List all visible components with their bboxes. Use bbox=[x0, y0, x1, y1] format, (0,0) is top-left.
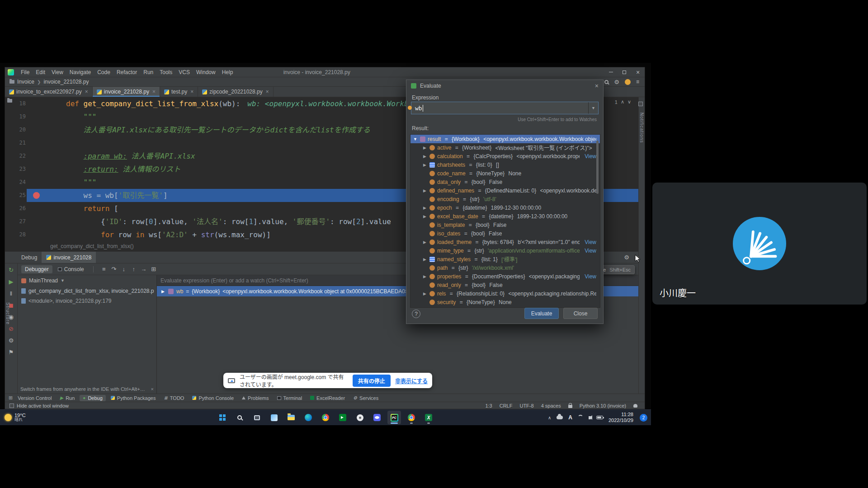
tree-scrollbar[interactable] bbox=[596, 141, 599, 194]
notification-badge[interactable]: 2 bbox=[640, 414, 647, 422]
tab-close-icon[interactable]: × bbox=[152, 89, 156, 95]
result-tree[interactable]: ▼result = {Workbook} <openpyxl.workbook.… bbox=[410, 134, 600, 308]
menu-file[interactable]: File bbox=[18, 69, 33, 75]
dialog-close-icon[interactable]: × bbox=[595, 82, 599, 89]
taskbar-edge[interactable] bbox=[302, 411, 315, 424]
menu-edit[interactable]: Edit bbox=[33, 69, 48, 75]
variable-row-properties[interactable]: ▶properties = {DocumentProperties} <open… bbox=[410, 272, 600, 281]
frame-row[interactable]: get_company_dict_list_from_xlsx, invoice… bbox=[18, 286, 156, 296]
variable-row-loaded_theme[interactable]: ▶loaded_theme = {bytes: 6784} b'<?xml ve… bbox=[410, 238, 600, 246]
onedrive-icon[interactable] bbox=[557, 416, 563, 419]
tab-zipcode-20221028-py[interactable]: zipcode_20221028.py× bbox=[198, 87, 273, 97]
status-4-spaces[interactable]: 4 spaces bbox=[541, 403, 561, 408]
tab-invoice-221028-py[interactable]: invoice_221028.py× bbox=[93, 87, 160, 97]
minimize-button[interactable] bbox=[604, 67, 618, 77]
breadcrumb-file[interactable]: invoice_221028.py bbox=[43, 79, 89, 85]
variable-row-mime_type[interactable]: mime_type = {str} 'application/vnd.openx… bbox=[410, 246, 600, 255]
variable-row-encoding[interactable]: encoding = {str} 'utf-8' bbox=[410, 195, 600, 203]
twisty-icon[interactable]: ▼ bbox=[413, 137, 418, 141]
menu-help[interactable]: Help bbox=[219, 69, 236, 75]
run-to-cursor-icon[interactable]: → bbox=[139, 266, 149, 272]
rerun-icon[interactable]: ↻ bbox=[9, 267, 14, 273]
mute-breakpoints-icon[interactable]: ⊘ bbox=[9, 326, 14, 332]
status-crlf[interactable]: CRLF bbox=[500, 403, 513, 408]
taskbar-start[interactable] bbox=[216, 411, 229, 424]
twisty-icon[interactable]: ▶ bbox=[422, 257, 427, 262]
weather-widget[interactable]: 19°C 晴れ bbox=[0, 413, 99, 422]
taskbar-widgets[interactable] bbox=[267, 411, 281, 424]
variable-row-defined_names[interactable]: ▶defined_names = {DefinedNameList: 0} <o… bbox=[410, 186, 600, 195]
toolwindow-terminal[interactable]: Terminal bbox=[274, 395, 306, 401]
twisty-icon[interactable]: ▶ bbox=[422, 240, 427, 244]
menu-window[interactable]: Window bbox=[193, 69, 219, 75]
frame-row[interactable]: <module>, invoice_221028.py:179 bbox=[18, 296, 156, 306]
dismiss-hint-icon[interactable]: × bbox=[151, 386, 154, 392]
view-link[interactable]: View bbox=[582, 153, 596, 160]
variable-row-read_only[interactable]: read_only = {bool} False bbox=[410, 281, 600, 289]
menu-code[interactable]: Code bbox=[94, 69, 113, 75]
account-avatar[interactable] bbox=[625, 79, 631, 85]
variable-row-data_only[interactable]: data_only = {bool} False bbox=[410, 178, 600, 186]
battery-icon[interactable] bbox=[596, 416, 603, 419]
status-1-3[interactable]: 1:3 bbox=[485, 403, 492, 408]
editor-breadcrumb[interactable]: get_company_dict_list_from_xlsx() bbox=[50, 243, 134, 249]
menu-navigate[interactable]: Navigate bbox=[66, 69, 94, 75]
close-button[interactable]: × bbox=[631, 67, 645, 77]
taskbar-discord[interactable] bbox=[370, 411, 384, 424]
tool-windows-widget-icon[interactable]: ⊞ bbox=[9, 395, 13, 401]
resume-icon[interactable]: ▶ bbox=[9, 279, 14, 285]
menu-vcs[interactable]: VCS bbox=[175, 69, 193, 75]
menu-view[interactable]: View bbox=[48, 69, 66, 75]
taskbar-app[interactable] bbox=[353, 411, 367, 424]
view-link[interactable]: View bbox=[582, 239, 596, 245]
debug-session-tab[interactable]: invoice_221028 bbox=[42, 252, 96, 263]
taskbar-excel[interactable]: X bbox=[422, 411, 435, 424]
help-button[interactable]: ? bbox=[412, 310, 420, 318]
twisty-icon[interactable]: ▶ bbox=[422, 163, 427, 167]
variable-row-active[interactable]: ▶active = {Worksheet} <Worksheet "取引先一覧 … bbox=[410, 143, 600, 152]
expression-input[interactable]: wb ▼ bbox=[411, 102, 599, 114]
lock-icon[interactable] bbox=[568, 405, 572, 408]
twisty-icon[interactable]: ▶ bbox=[422, 206, 427, 210]
tab-close-icon[interactable]: × bbox=[190, 89, 193, 95]
variable-row-is_template[interactable]: is_template = {bool} False bbox=[410, 221, 600, 229]
step-out-icon[interactable]: ↑ bbox=[129, 266, 139, 272]
toolwindow-version-control[interactable]: Version Control bbox=[14, 395, 55, 401]
evaluate-expression-icon[interactable]: ⊞ bbox=[149, 266, 159, 272]
tool-window-toggle-icon[interactable] bbox=[9, 404, 14, 408]
variable-row-security[interactable]: security = {NoneType} None bbox=[410, 298, 600, 306]
inspections-widget[interactable]: 1 ∧ ∨ bbox=[615, 99, 631, 105]
twisty-icon[interactable]: ▶ bbox=[422, 154, 427, 159]
twisty-icon[interactable]: ▶ bbox=[160, 289, 165, 294]
toolwindow-services[interactable]: ⚙Services bbox=[350, 395, 382, 401]
taskbar-chrome[interactable] bbox=[319, 411, 332, 424]
pause-icon[interactable]: ‖ bbox=[10, 291, 12, 296]
view-link[interactable]: View bbox=[582, 248, 596, 254]
menu-run[interactable]: Run bbox=[140, 69, 156, 75]
step-over-icon[interactable]: ↷ bbox=[109, 266, 119, 272]
taskbar-pycharm[interactable] bbox=[387, 411, 401, 424]
variable-row-code_name[interactable]: code_name = {NoneType} None bbox=[410, 169, 600, 178]
menu-tools[interactable]: Tools bbox=[156, 69, 175, 75]
taskbar-explorer[interactable] bbox=[284, 411, 298, 424]
tab-debugger[interactable]: Debugger bbox=[21, 265, 52, 273]
variable-row-calculation[interactable]: ▶calculation = {CalcProperties} <openpyx… bbox=[410, 152, 600, 160]
settings-icon[interactable]: ⚙ bbox=[9, 338, 14, 343]
variable-row-chartsheets[interactable]: ▶chartsheets = {list: 0} [] bbox=[410, 160, 600, 169]
pin-icon[interactable]: ⚑ bbox=[9, 349, 14, 355]
breakpoint-icon[interactable] bbox=[33, 192, 40, 199]
variable-row-iso_dates[interactable]: iso_dates = {bool} False bbox=[410, 229, 600, 238]
variable-row-named_styles[interactable]: ▶named_styles = {list: 1} ['標準'] bbox=[410, 255, 600, 263]
main-menu-icon[interactable]: ≡ bbox=[636, 79, 639, 85]
ime-indicator[interactable]: A bbox=[568, 414, 572, 421]
breadcrumb-project[interactable]: Invoice bbox=[17, 79, 34, 85]
tab-console[interactable]: Console bbox=[54, 265, 88, 273]
gear-icon[interactable]: ⚙ bbox=[614, 79, 619, 85]
tab-close-icon[interactable]: × bbox=[266, 89, 269, 95]
search-icon[interactable] bbox=[604, 80, 609, 84]
debug-settings-icon[interactable]: ⚙ bbox=[624, 254, 629, 261]
expression-history-dropdown-icon[interactable]: ▼ bbox=[588, 102, 598, 114]
variable-row-excel_base_date[interactable]: ▶excel_base_date = {datetime} 1899-12-30… bbox=[410, 212, 600, 221]
wifi-icon[interactable] bbox=[578, 415, 583, 420]
twisty-icon[interactable]: ▶ bbox=[422, 291, 427, 296]
